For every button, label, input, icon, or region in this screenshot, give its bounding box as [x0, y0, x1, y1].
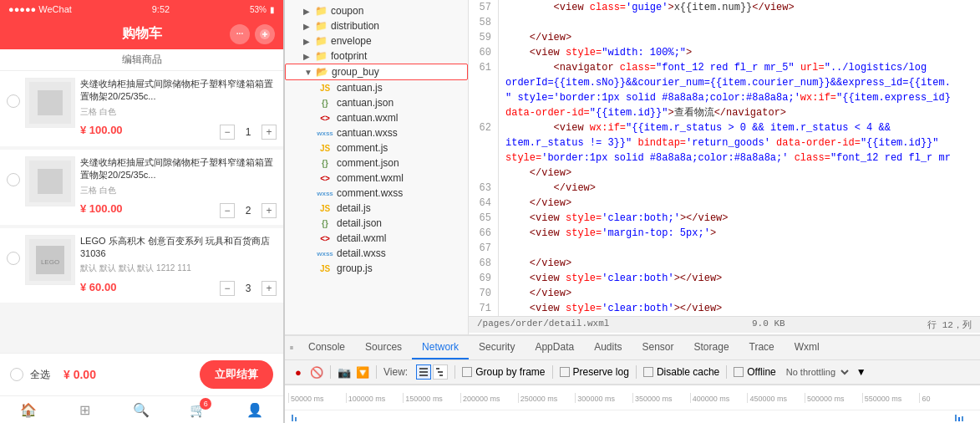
- folder-name: group_buy: [332, 66, 379, 78]
- group-by-frame-checkbox[interactable]: [462, 367, 472, 377]
- tab-sensor[interactable]: Sensor: [632, 336, 684, 359]
- tab-security[interactable]: Security: [469, 336, 525, 359]
- wxml-file-icon: <>: [317, 234, 333, 243]
- item-tag: 三格 白色: [80, 106, 277, 118]
- nav-profile[interactable]: 👤: [246, 401, 263, 418]
- tab-network[interactable]: Network: [412, 336, 469, 359]
- tick-250000: 250000 ms: [518, 393, 576, 403]
- item-checkbox[interactable]: [7, 173, 20, 186]
- decrease-qty-button[interactable]: −: [220, 125, 235, 140]
- devtools-menu-icon[interactable]: [285, 341, 298, 354]
- folder-arrow-icon: ▶: [303, 22, 312, 31]
- file-name: cantuan.json: [337, 97, 394, 109]
- disable-cache-control: Disable cache: [643, 366, 719, 378]
- more-icon[interactable]: ···: [230, 24, 250, 44]
- tab-trace[interactable]: Trace: [739, 336, 785, 359]
- increase-qty-button[interactable]: +: [262, 125, 277, 140]
- file-detail-js[interactable]: JS detail.js: [285, 201, 468, 216]
- code-content: </view>: [505, 286, 980, 301]
- nav-search[interactable]: 🔍: [133, 401, 150, 418]
- tab-appdata[interactable]: AppData: [525, 336, 584, 359]
- file-name: detail.wxss: [337, 247, 386, 259]
- file-cantuan-wxss[interactable]: wxss cantuan.wxss: [285, 125, 468, 140]
- increase-qty-button[interactable]: +: [262, 281, 277, 296]
- file-comment-js[interactable]: JS comment.js: [285, 140, 468, 155]
- code-line-68: 68 </view>: [469, 256, 980, 271]
- preserve-log-checkbox[interactable]: [560, 367, 570, 377]
- folder-group-buy[interactable]: ▼ 📂 group_buy: [285, 64, 468, 80]
- file-cantuan-js[interactable]: JS cantuan.js: [285, 80, 468, 95]
- code-line-61: 61 <navigator class="font_12 red fl_r mr…: [469, 60, 980, 75]
- file-detail-wxss[interactable]: wxss detail.wxss: [285, 246, 468, 261]
- folder-icon: 📁: [315, 35, 328, 47]
- nav-cart[interactable]: 🛒 6: [190, 401, 206, 418]
- file-comment-json[interactable]: {} comment.json: [285, 155, 468, 171]
- file-detail-wxml[interactable]: <> detail.wxml: [285, 231, 468, 246]
- increase-qty-button[interactable]: +: [262, 203, 277, 218]
- select-all-checkbox[interactable]: [10, 368, 23, 381]
- waterfall-view-icon[interactable]: [433, 364, 448, 380]
- throttling-select[interactable]: No throttling Fast 3G Slow 3G Offline: [781, 366, 851, 378]
- total-price: ¥ 0.00: [63, 368, 96, 381]
- tab-console[interactable]: Console: [298, 336, 355, 359]
- code-line-57: 57 <view class='guige'>x{{item.num}}</vi…: [469, 0, 980, 15]
- clear-button[interactable]: 🚫: [310, 365, 323, 379]
- offline-control: Offline: [734, 366, 775, 378]
- add-icon[interactable]: [255, 24, 275, 44]
- nav-home[interactable]: 🏠: [20, 401, 37, 418]
- tab-wxml[interactable]: Wxml: [785, 336, 830, 359]
- list-view-icon[interactable]: [416, 364, 431, 380]
- folder-envelope[interactable]: ▶ 📁 envelope: [285, 33, 468, 48]
- record-button[interactable]: ●: [292, 365, 305, 379]
- code-line-62b: item.r_status != 3}}" bindtap='return_go…: [469, 135, 980, 150]
- file-detail-json[interactable]: {} detail.json: [285, 216, 468, 231]
- tab-sources[interactable]: Sources: [355, 336, 412, 359]
- item-name: 夹缝收纳柜抽屉式间隙储物柜子塑料窄缝箱箱置置物架20/25/35c...: [80, 78, 277, 104]
- svg-rect-16: [439, 375, 443, 376]
- svg-rect-4: [38, 169, 63, 194]
- code-line-65: 65 <view style='clear:both;'></view>: [469, 211, 980, 226]
- line-number: 60: [469, 45, 499, 60]
- disable-cache-checkbox[interactable]: [643, 367, 653, 377]
- code-content: <view style='clear:both'></view>: [505, 301, 980, 316]
- line-number: [469, 90, 499, 105]
- file-cantuan-wxml[interactable]: <> cantuan.wxml: [285, 110, 468, 125]
- line-number: 61: [469, 60, 499, 75]
- filter-button[interactable]: 🔽: [356, 365, 369, 379]
- tick-150000: 150000 ms: [403, 393, 460, 403]
- js-file-icon: JS: [317, 144, 333, 153]
- item-checkbox[interactable]: [7, 94, 20, 108]
- checkout-button[interactable]: 立即结算: [200, 360, 273, 389]
- file-comment-wxml[interactable]: <> comment.wxml: [285, 171, 468, 186]
- line-number: [469, 75, 499, 90]
- item-details: LEGO 乐高积木 创意百变系列 玩具和百货商店 31036 默认 默认 默认 …: [80, 235, 277, 297]
- code-content: <view style='margin-top: 5px;'>: [505, 226, 980, 241]
- js-file-icon: JS: [317, 204, 333, 213]
- file-cantuan-json[interactable]: {} cantuan.json: [285, 95, 468, 110]
- line-number: [469, 105, 499, 120]
- folder-footprint[interactable]: ▶ 📁 footprint: [285, 48, 468, 64]
- offline-checkbox[interactable]: [734, 367, 744, 377]
- home-icon: 🏠: [20, 401, 37, 418]
- item-details: 夹缝收纳柜抽屉式间隙储物柜子塑料窄缝箱箱置置物架20/25/35c... 三格 …: [80, 78, 277, 140]
- folder-coupon[interactable]: ▶ 📁 coupon: [285, 3, 468, 18]
- tab-audits[interactable]: Audits: [584, 336, 632, 359]
- folder-arrow-icon: ▶: [303, 52, 312, 61]
- code-line-61c: " style='border:1px solid #8a8a8a;color:…: [469, 90, 980, 105]
- camera-button[interactable]: 📷: [338, 365, 351, 379]
- svg-rect-2: [38, 90, 63, 115]
- nav-categories[interactable]: ⊞: [77, 401, 94, 418]
- edit-products-label[interactable]: 编辑商品: [0, 49, 283, 71]
- file-name: cantuan.js: [337, 82, 383, 94]
- item-checkbox[interactable]: [7, 252, 20, 265]
- folder-distribution[interactable]: ▶ 📁 distribution: [285, 18, 468, 33]
- file-comment-wxss[interactable]: wxss comment.wxss: [285, 186, 468, 201]
- file-group-js[interactable]: JS group.js: [285, 261, 468, 276]
- decrease-qty-button[interactable]: −: [220, 203, 235, 218]
- battery-info: 53% ▮: [250, 5, 275, 14]
- cursor-position: 行 12，列: [927, 319, 972, 331]
- item-image: [25, 156, 75, 206]
- decrease-qty-button[interactable]: −: [220, 281, 235, 296]
- tab-storage[interactable]: Storage: [684, 336, 739, 359]
- folder-name: envelope: [331, 35, 372, 47]
